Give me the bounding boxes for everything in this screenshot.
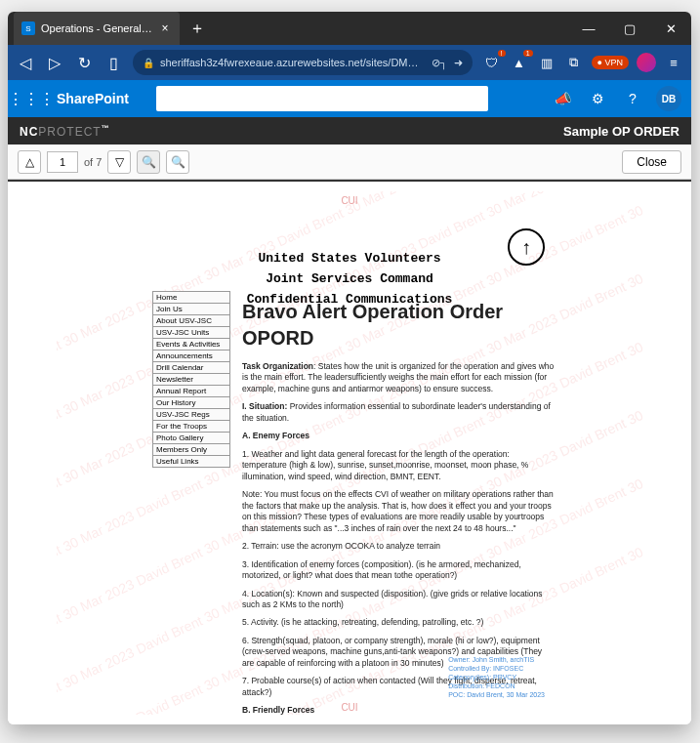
new-tab-button[interactable]: ＋ (184, 15, 211, 42)
doc-nav-item[interactable]: Photo Gallery (152, 432, 230, 443)
doc-footer-meta: Owner: John Smith, archTIS Controlled By… (448, 655, 545, 699)
doc-nav-item[interactable]: Announcements (152, 350, 230, 361)
doc-nav-item[interactable]: Members Only (152, 443, 230, 455)
profile-avatar[interactable] (637, 53, 656, 72)
sharepoint-brand[interactable]: SharePoint (57, 91, 129, 106)
extension-icon[interactable]: 🛡! (482, 53, 502, 72)
zoom-in-button[interactable]: 🔍 (166, 150, 189, 174)
doc-nav-item[interactable]: For the Troops (152, 420, 230, 432)
back-button[interactable]: ◁ (16, 53, 35, 72)
url-text: sheriffash3z4fwrexeaue.azurewebsites.net… (160, 57, 419, 68)
user-avatar[interactable]: DB (656, 86, 681, 111)
doc-nav-item[interactable]: Events & Activities (152, 338, 230, 350)
search-input[interactable] (156, 86, 488, 111)
site-icon: S (21, 21, 35, 35)
doc-side-nav: HomeJoin UsAbout USV-JSCUSV-JSC UnitsEve… (152, 291, 230, 468)
maximize-button[interactable]: ▢ (609, 12, 650, 45)
classification-top: CUI (57, 191, 642, 210)
close-viewer-button[interactable]: Close (622, 150, 681, 174)
reload-button[interactable]: ↻ (74, 53, 94, 72)
doc-nav-item[interactable]: USV-JSC Regs (152, 408, 230, 420)
close-window-button[interactable]: ✕ (650, 12, 691, 45)
address-bar[interactable]: 🔒 sheriffash3z4fwrexeaue.azurewebsites.n… (133, 50, 473, 75)
classification-bottom: CUI (57, 702, 642, 713)
app-launcher-icon[interactable]: ⋮⋮⋮ (18, 85, 45, 112)
collections-icon[interactable]: ⧉ (564, 53, 584, 72)
doc-nav-item[interactable]: About USV-JSC (152, 314, 230, 326)
browser-tab[interactable]: S Operations - General - All Docu… × (14, 12, 180, 45)
doc-title: Bravo Alert Operation Order OPORD (242, 299, 555, 351)
doc-nav-item[interactable]: Newsletter (152, 373, 230, 385)
key-icon[interactable]: ⊘┐ (432, 57, 448, 69)
doc-nav-item[interactable]: Useful Links (152, 455, 230, 468)
tab-title: Operations - General - All Docu… (41, 22, 152, 34)
doc-nav-item[interactable]: Drill Calendar (152, 361, 230, 373)
bookmark-icon[interactable]: ▯ (103, 53, 123, 72)
vpn-badge[interactable]: ● VPN (592, 56, 629, 69)
notification-icon[interactable]: ▲1 (510, 53, 529, 72)
ncprotect-logo: NCPROTECT™ (20, 124, 110, 139)
doc-nav-item[interactable]: Our History (152, 396, 230, 408)
forward-button[interactable]: ▷ (45, 53, 64, 72)
prev-page-button[interactable]: △ (18, 150, 41, 174)
emblem-icon: ↑ (508, 228, 545, 266)
doc-nav-item[interactable]: Annual Report (152, 385, 230, 396)
next-page-button[interactable]: ▽ (107, 150, 131, 174)
doc-nav-item[interactable]: USV-JSC Units (152, 326, 230, 338)
doc-nav-item[interactable]: Home (152, 291, 230, 303)
doc-nav-item[interactable]: Join Us (152, 303, 230, 314)
share-icon[interactable]: ➜ (454, 57, 463, 69)
help-icon[interactable]: ? (621, 87, 644, 110)
close-tab-icon[interactable]: × (158, 21, 172, 35)
minimize-button[interactable]: — (568, 12, 609, 45)
document-title: Sample OP ORDER (563, 124, 679, 139)
settings-icon[interactable]: ⚙ (586, 87, 609, 110)
lock-icon: 🔒 (143, 58, 154, 68)
sidebar-icon[interactable]: ▥ (537, 53, 556, 72)
menu-icon[interactable]: ≡ (664, 53, 683, 72)
megaphone-icon[interactable]: 📣 (551, 87, 574, 110)
page-count-label: of 7 (84, 156, 102, 168)
page-number-input[interactable] (47, 151, 78, 173)
zoom-fit-button[interactable]: 🔍 (137, 150, 160, 174)
